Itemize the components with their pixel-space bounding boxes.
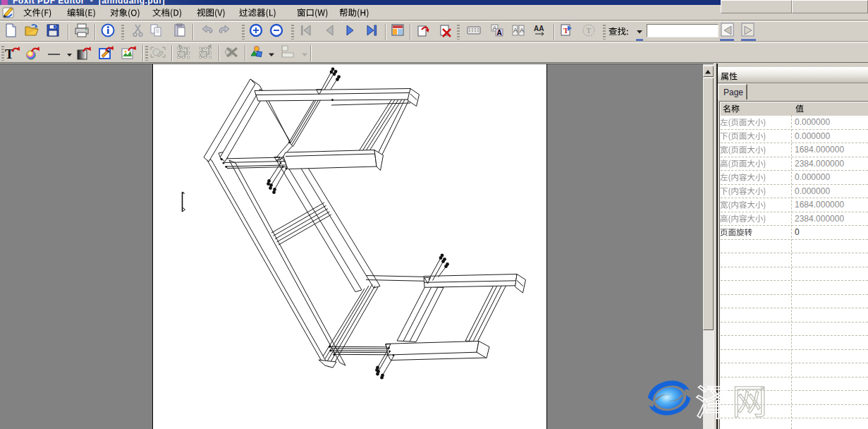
svg-text:T: T — [587, 26, 592, 35]
svg-text:T: T — [5, 47, 14, 61]
svg-text:A: A — [520, 27, 524, 34]
svg-text:A: A — [513, 27, 518, 34]
svg-text:AA: AA — [534, 25, 544, 32]
svg-text:A: A — [497, 29, 502, 37]
